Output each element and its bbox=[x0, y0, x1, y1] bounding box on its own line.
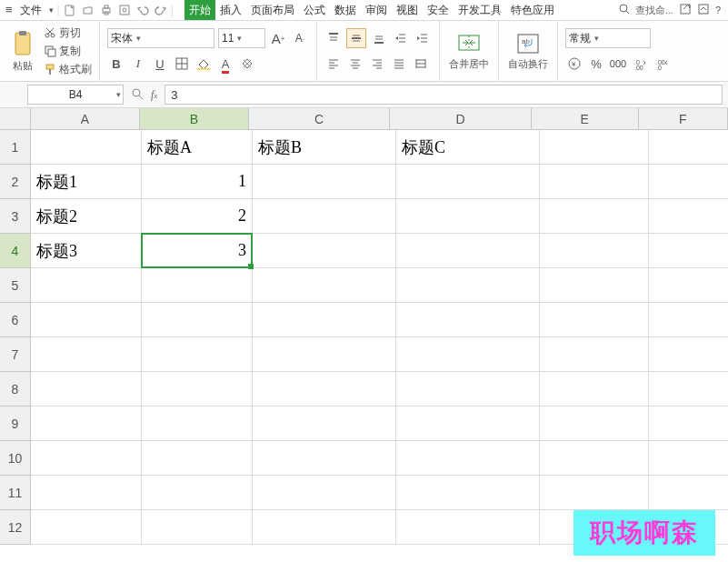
align-middle-button[interactable] bbox=[346, 28, 366, 48]
cell-B8[interactable] bbox=[142, 372, 253, 406]
col-header-D[interactable]: D bbox=[390, 108, 531, 130]
justify-button[interactable] bbox=[390, 55, 408, 73]
cell-F2[interactable] bbox=[649, 165, 728, 199]
cell-B7[interactable] bbox=[142, 337, 253, 372]
row-header-12[interactable]: 12 bbox=[0, 510, 31, 545]
name-box[interactable]: B4 ▾ bbox=[27, 85, 124, 105]
qat-redo-icon[interactable] bbox=[153, 2, 169, 18]
cell-B3[interactable]: 2 bbox=[142, 199, 253, 234]
font-name-select[interactable]: 宋体 ▾ bbox=[107, 28, 214, 48]
file-dropdown-icon[interactable]: ▾ bbox=[47, 0, 55, 20]
qat-print-icon[interactable] bbox=[98, 2, 115, 18]
qat-undo-icon[interactable] bbox=[135, 2, 151, 18]
tab-review[interactable]: 审阅 bbox=[361, 0, 392, 20]
tab-security[interactable]: 安全 bbox=[423, 0, 454, 20]
row-header-7[interactable]: 7 bbox=[0, 337, 31, 372]
decrease-font-button[interactable]: A- bbox=[291, 29, 309, 47]
cell-A1[interactable] bbox=[31, 130, 142, 165]
cell-F6[interactable] bbox=[649, 303, 728, 337]
cell-A2[interactable]: 标题1 bbox=[31, 165, 142, 199]
merge-center-button[interactable]: 合并居中 bbox=[447, 32, 491, 71]
cell-E8[interactable] bbox=[540, 372, 649, 406]
cell-D3[interactable] bbox=[396, 199, 540, 234]
cell-D11[interactable] bbox=[396, 476, 540, 510]
cell-F7[interactable] bbox=[649, 337, 728, 372]
align-bottom-button[interactable] bbox=[370, 29, 388, 47]
zoom-formula-icon[interactable] bbox=[131, 87, 144, 103]
qat-open-icon[interactable] bbox=[80, 2, 96, 18]
cell-D10[interactable] bbox=[396, 441, 540, 476]
row-header-6[interactable]: 6 bbox=[0, 303, 31, 337]
formula-input[interactable]: 3 bbox=[165, 85, 723, 105]
hamburger-icon[interactable]: ≡ bbox=[4, 0, 15, 20]
row-header-4[interactable]: 4 bbox=[0, 234, 31, 268]
cell-A6[interactable] bbox=[31, 303, 142, 337]
clear-format-button[interactable] bbox=[238, 55, 256, 73]
cell-E1[interactable] bbox=[540, 130, 649, 165]
percent-button[interactable]: % bbox=[587, 55, 605, 73]
cell-A11[interactable] bbox=[31, 476, 142, 510]
col-header-F[interactable]: F bbox=[639, 108, 728, 130]
select-all-corner[interactable] bbox=[0, 108, 31, 130]
file-menu[interactable]: 文件 bbox=[16, 3, 45, 18]
cell-B12[interactable] bbox=[142, 510, 253, 545]
cell-F8[interactable] bbox=[649, 372, 728, 406]
cell-C12[interactable] bbox=[253, 510, 396, 545]
cell-C4[interactable] bbox=[253, 234, 396, 268]
cell-B2[interactable]: 1 bbox=[142, 165, 253, 199]
distribute-button[interactable] bbox=[412, 55, 430, 73]
increase-font-button[interactable]: A+ bbox=[269, 29, 287, 47]
cell-A5[interactable] bbox=[31, 268, 142, 303]
align-top-button[interactable] bbox=[324, 29, 343, 47]
align-right-button[interactable] bbox=[368, 55, 386, 73]
row-header-3[interactable]: 3 bbox=[0, 199, 31, 234]
row-header-10[interactable]: 10 bbox=[0, 441, 31, 476]
col-header-A[interactable]: A bbox=[31, 108, 140, 130]
bold-button[interactable]: B bbox=[107, 55, 125, 73]
cell-D2[interactable] bbox=[396, 165, 540, 199]
cell-B5[interactable] bbox=[142, 268, 253, 303]
collapse-ribbon-icon[interactable] bbox=[697, 3, 710, 18]
underline-button[interactable]: U bbox=[151, 55, 169, 73]
cell-D4[interactable] bbox=[396, 234, 540, 268]
tab-insert[interactable]: 插入 bbox=[215, 0, 246, 20]
tab-start[interactable]: 开始 bbox=[184, 0, 215, 20]
borders-button[interactable] bbox=[173, 55, 191, 73]
cell-E5[interactable] bbox=[540, 268, 649, 303]
cell-E2[interactable] bbox=[540, 165, 649, 199]
cell-B4[interactable]: 3 bbox=[142, 234, 253, 268]
fx-icon[interactable]: fx bbox=[151, 88, 157, 102]
col-header-B[interactable]: B bbox=[140, 108, 249, 130]
tab-features[interactable]: 特色应用 bbox=[506, 0, 559, 20]
cell-C10[interactable] bbox=[253, 441, 396, 476]
increase-indent-button[interactable] bbox=[414, 29, 432, 47]
paste-button[interactable]: 粘贴 bbox=[7, 30, 38, 73]
cell-D12[interactable] bbox=[396, 510, 540, 545]
cell-E6[interactable] bbox=[540, 303, 649, 337]
increase-decimal-button[interactable]: .0.00 bbox=[631, 55, 649, 73]
tab-view[interactable]: 视图 bbox=[392, 0, 423, 20]
cell-B6[interactable] bbox=[142, 303, 253, 337]
cell-E9[interactable] bbox=[540, 406, 649, 441]
cell-F11[interactable] bbox=[649, 476, 728, 510]
cell-C3[interactable] bbox=[253, 199, 396, 234]
cell-B10[interactable] bbox=[142, 441, 253, 476]
cell-C5[interactable] bbox=[253, 268, 396, 303]
cell-E4[interactable] bbox=[540, 234, 649, 268]
cell-F5[interactable] bbox=[649, 268, 728, 303]
currency-button[interactable]: ¥ bbox=[565, 55, 583, 73]
cells-area[interactable]: 标题A标题B标题C标题11标题22标题33 bbox=[31, 130, 728, 562]
cell-F1[interactable] bbox=[649, 130, 728, 165]
cell-C6[interactable] bbox=[253, 303, 396, 337]
cell-E7[interactable] bbox=[540, 337, 649, 372]
cell-D5[interactable] bbox=[396, 268, 540, 303]
cell-C1[interactable]: 标题B bbox=[253, 130, 396, 165]
row-header-8[interactable]: 8 bbox=[0, 372, 31, 406]
cell-D7[interactable] bbox=[396, 337, 540, 372]
tab-data[interactable]: 数据 bbox=[330, 0, 361, 20]
row-header-11[interactable]: 11 bbox=[0, 476, 31, 510]
tab-formula[interactable]: 公式 bbox=[299, 0, 330, 20]
cell-C8[interactable] bbox=[253, 372, 396, 406]
cell-B1[interactable]: 标题A bbox=[142, 130, 253, 165]
format-painter-button[interactable]: 格式刷 bbox=[44, 61, 92, 77]
